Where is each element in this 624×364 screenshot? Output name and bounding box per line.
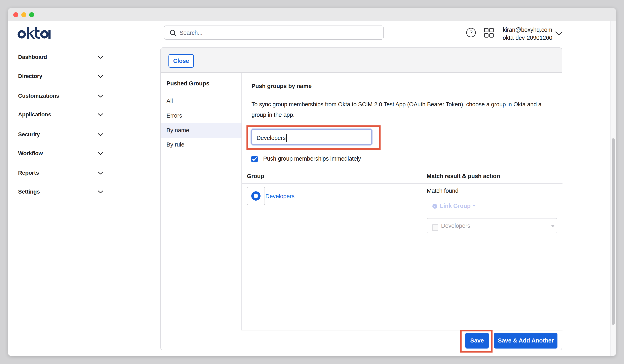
svg-text:?: ? (469, 29, 473, 36)
